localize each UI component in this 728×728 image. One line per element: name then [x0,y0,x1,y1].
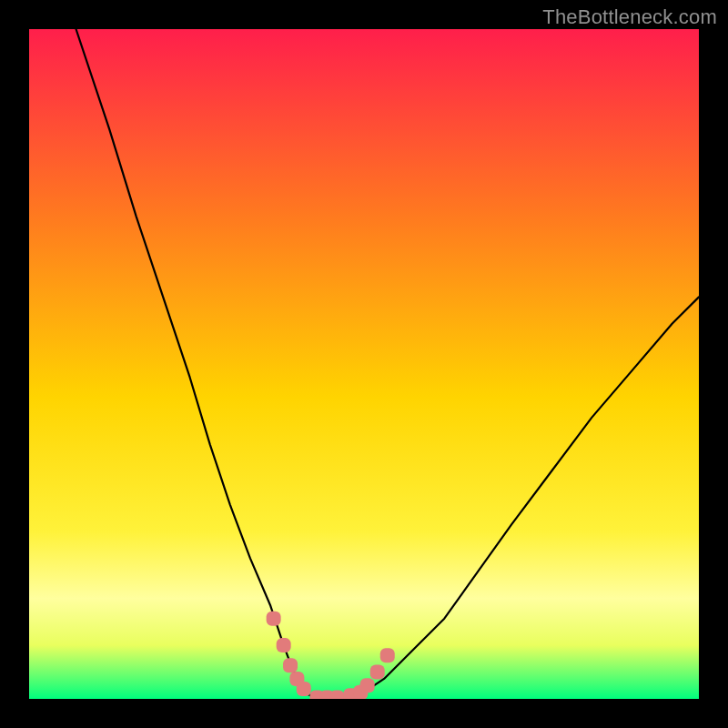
watermark-text: TheBottleneck.com [542,5,717,29]
highlight-marker [360,678,375,693]
highlight-marker [370,665,385,680]
highlight-marker [330,691,345,699]
highlight-marker [297,682,311,696]
highlight-marker [277,638,291,652]
highlight-marker [283,658,298,672]
plot-svg [29,29,699,699]
gradient-background [29,29,699,699]
highlight-marker [380,648,395,662]
highlight-marker [267,612,281,626]
chart-frame: TheBottleneck.com [0,0,728,728]
plot-area [29,29,699,699]
